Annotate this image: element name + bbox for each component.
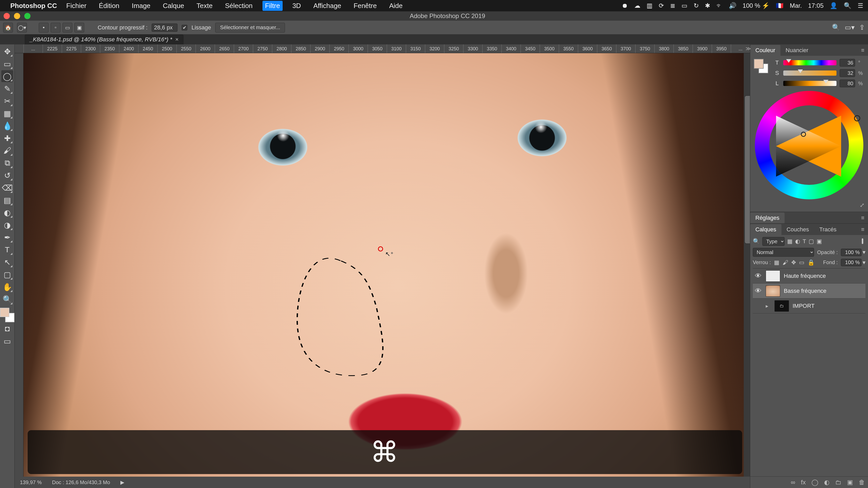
lock-artboard-icon[interactable]: ▭ <box>799 259 804 266</box>
home-button[interactable]: 🏠 <box>3 23 13 33</box>
layers-panel-menu-icon[interactable]: ≡ <box>858 224 868 235</box>
layer-filter-search-icon[interactable]: 🔍 <box>753 238 760 245</box>
display-icon[interactable]: ▭ <box>681 2 687 9</box>
stamp-tool[interactable]: ⧉ <box>1 157 13 169</box>
sync-icon[interactable]: ⟳ <box>659 2 664 9</box>
feather-input[interactable] <box>152 24 178 32</box>
blend-mode-select[interactable]: Normal <box>753 248 814 257</box>
tab-nuancier[interactable]: Nuancier <box>780 45 813 56</box>
user-icon[interactable]: 👤 <box>830 2 838 9</box>
close-window-icon[interactable] <box>4 13 10 19</box>
sat-slider[interactable] <box>783 70 836 76</box>
eyedropper-tool[interactable]: 💧 <box>1 120 13 132</box>
cloud-icon[interactable]: ☁ <box>634 2 641 9</box>
crop-tool[interactable]: ✂ <box>1 95 13 107</box>
filter-toggle-icon[interactable]: ⏽ <box>860 238 865 245</box>
heal-tool[interactable]: ✚ <box>1 132 13 144</box>
document-tab[interactable]: _K8A0184-1.psd @ 140% (Basse fréquence, … <box>25 34 183 44</box>
delete-layer-icon[interactable]: 🗑 <box>859 479 865 486</box>
window-titlebar[interactable]: Adobe Photoshop CC 2019 <box>0 11 868 21</box>
frame-tool[interactable]: ▦ <box>1 107 13 119</box>
clock-time[interactable]: 17:05 <box>808 2 824 9</box>
layer-name[interactable]: IMPORT <box>793 303 814 309</box>
lock-transparency-icon[interactable]: ▦ <box>774 259 779 266</box>
adjust-panel-menu-icon[interactable]: ≡ <box>858 213 868 223</box>
layer-row[interactable]: 👁Basse fréquence <box>753 284 865 298</box>
share-icon[interactable]: ⇪ <box>859 24 865 32</box>
menu-affichage[interactable]: Affichage <box>311 1 344 11</box>
traffic-lights[interactable] <box>4 13 30 19</box>
color-fg-bg-swatch[interactable] <box>754 59 768 73</box>
timemachine-icon[interactable]: ↻ <box>693 2 699 9</box>
lock-position-icon[interactable]: ✥ <box>791 259 796 266</box>
path-select-tool[interactable]: ↖ <box>1 256 13 268</box>
menu-selection[interactable]: Sélection <box>222 1 255 11</box>
move-tool[interactable]: ✥ <box>1 45 13 57</box>
antialias-checkbox[interactable]: ✔ <box>182 25 187 30</box>
layer-thumbnail[interactable] <box>766 270 780 282</box>
clock-day[interactable]: Mar. <box>790 2 802 9</box>
fill-chevron-icon[interactable]: ▾ <box>863 259 865 266</box>
collapse-panels-icon[interactable]: ≫ <box>746 45 751 52</box>
color-wheel[interactable] <box>755 91 863 199</box>
lock-all-icon[interactable]: 🔒 <box>808 259 814 266</box>
link-layers-icon[interactable]: ∞ <box>791 479 795 486</box>
menu-calque[interactable]: Calque <box>160 1 187 11</box>
color-triangle-marker-icon[interactable] <box>801 132 806 137</box>
zoom-window-icon[interactable] <box>24 13 30 19</box>
subtract-selection-button[interactable]: ▭ <box>63 23 72 33</box>
menu-edition[interactable]: Édition <box>96 1 122 11</box>
hue-value-input[interactable] <box>840 59 855 67</box>
search-icon[interactable]: 🔍 <box>832 24 840 32</box>
spotlight-icon[interactable]: 🔍 <box>844 2 851 9</box>
tab-reglages[interactable]: Réglages <box>750 213 784 223</box>
volume-icon[interactable]: 🔊 <box>729 2 737 9</box>
doc-size[interactable]: Doc : 126,6 Mo/430,3 Mo <box>52 480 110 485</box>
opacity-chevron-icon[interactable]: ▾ <box>863 249 865 256</box>
control-center-icon[interactable]: ☰ <box>858 2 863 9</box>
filter-shape-icon[interactable]: ▢ <box>809 238 814 245</box>
menu-image[interactable]: Image <box>129 1 153 11</box>
layer-name[interactable]: Basse fréquence <box>784 288 827 294</box>
layer-row[interactable]: 👁Haute fréquence <box>753 268 865 284</box>
layer-style-icon[interactable]: fx <box>801 479 806 486</box>
layer-row[interactable]: ▸🗀IMPORT <box>753 298 865 314</box>
intersect-selection-button[interactable]: ▣ <box>74 23 84 33</box>
filter-adjust-icon[interactable]: ◐ <box>795 238 800 245</box>
close-tab-icon[interactable]: × <box>175 36 179 43</box>
hue-ring-marker-icon[interactable] <box>854 115 860 121</box>
layer-thumbnail[interactable] <box>766 285 780 297</box>
horizontal-ruler[interactable]: ...2225227523002350240024502500255026002… <box>15 44 750 53</box>
menu-texte[interactable]: Texte <box>194 1 215 11</box>
lock-pixels-icon[interactable]: 🖌 <box>782 259 788 266</box>
type-tool[interactable]: T <box>1 244 13 256</box>
layer-filter-type[interactable]: Type <box>762 237 784 246</box>
menu-aide[interactable]: Aide <box>386 1 405 11</box>
tool-preset-button[interactable]: ◯▾ <box>17 23 27 33</box>
cc-icon[interactable]: ▥ <box>647 2 653 9</box>
zoom-level[interactable]: 139,97 % <box>20 480 42 485</box>
menu-filtre[interactable]: Filtre <box>262 1 283 11</box>
filter-pixel-icon[interactable]: ▦ <box>787 238 793 245</box>
opacity-input[interactable] <box>841 249 862 256</box>
blur-tool[interactable]: ◐ <box>1 206 13 219</box>
app-name[interactable]: Photoshop CC <box>10 2 57 10</box>
layer-mask-icon[interactable]: ◯ <box>811 479 818 486</box>
screenrec-icon[interactable]: ⏺ <box>622 2 628 9</box>
sat-value-input[interactable] <box>840 69 855 77</box>
gradient-tool[interactable]: ▤ <box>1 194 13 206</box>
fg-color-swatch[interactable] <box>754 59 764 69</box>
eraser-tool[interactable]: ⌫ <box>1 182 13 194</box>
status-arrow-icon[interactable]: ▶ <box>120 479 124 485</box>
screen-mode-icon[interactable]: ▭ <box>1 335 13 347</box>
wifi-icon[interactable]: ᯤ <box>716 2 722 9</box>
layer-visibility-icon[interactable]: 👁 <box>754 287 762 295</box>
align-icon[interactable]: ≣ <box>670 2 675 9</box>
group-disclose-icon[interactable]: ▸ <box>766 303 771 309</box>
minimize-window-icon[interactable] <box>14 13 20 19</box>
zoom-tool[interactable]: 🔍 <box>1 293 13 305</box>
workspace-switcher-icon[interactable]: ▭▾ <box>845 24 855 32</box>
hue-slider[interactable] <box>783 60 836 65</box>
canvas[interactable]: ↖⁺ <box>24 53 744 477</box>
menu-fichier[interactable]: Fichier <box>64 1 89 11</box>
